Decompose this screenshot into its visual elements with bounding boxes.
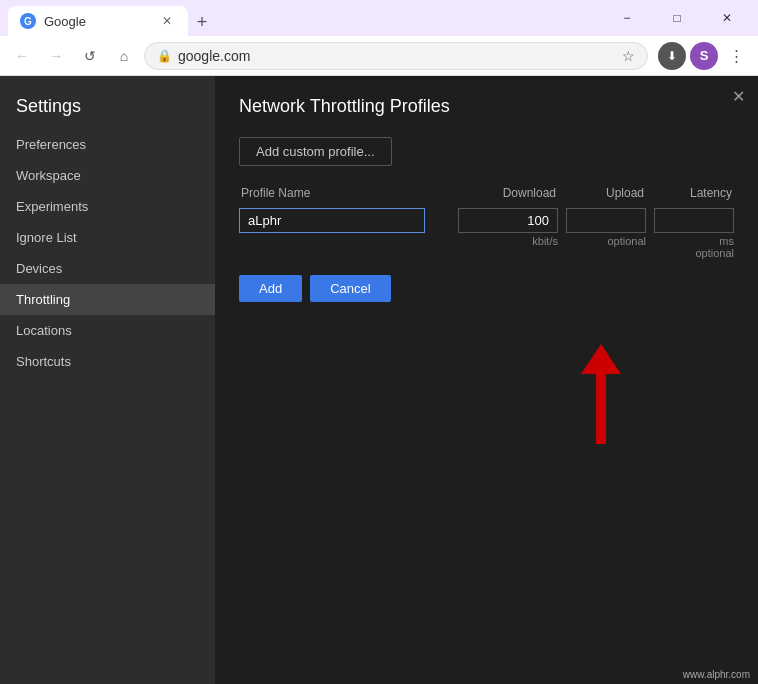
- bookmark-icon[interactable]: ☆: [622, 48, 635, 64]
- address-bar: ← → ↺ ⌂ 🔒 google.com ☆ ⬇ S ⋮: [0, 36, 758, 76]
- col-latency: Latency: [652, 186, 732, 200]
- back-button[interactable]: ←: [8, 42, 36, 70]
- profile-name-field-wrap: [239, 208, 450, 233]
- add-custom-profile-button[interactable]: Add custom profile...: [239, 137, 392, 166]
- upload-input[interactable]: [566, 208, 646, 233]
- dialog-title: Network Throttling Profiles: [239, 96, 734, 117]
- tab-close-button[interactable]: ✕: [158, 12, 176, 30]
- toolbar-icons: ⬇ S ⋮: [658, 42, 750, 70]
- latency-optional: ms optional: [654, 235, 734, 259]
- profile-name-input[interactable]: [239, 208, 425, 233]
- dialog-close-button[interactable]: ✕: [726, 84, 750, 108]
- download-unit: kbit/s: [458, 235, 558, 247]
- latency-field-wrap: ms optional: [654, 208, 734, 259]
- settings-item-locations[interactable]: Locations: [0, 315, 215, 346]
- settings-item-devices[interactable]: Devices: [0, 253, 215, 284]
- settings-item-experiments[interactable]: Experiments: [0, 191, 215, 222]
- page-content: Gmail G o o g l e 🔍 Google Search I'm Fe…: [0, 76, 758, 684]
- maximize-button[interactable]: □: [654, 4, 700, 32]
- upload-field-wrap: optional: [566, 208, 646, 247]
- settings-item-workspace[interactable]: Workspace: [0, 160, 215, 191]
- settings-item-preferences[interactable]: Preferences: [0, 129, 215, 160]
- address-text: google.com: [178, 48, 250, 64]
- reload-button[interactable]: ↺: [76, 42, 104, 70]
- close-button[interactable]: ✕: [704, 4, 750, 32]
- svg-marker-0: [581, 344, 621, 444]
- active-tab[interactable]: G Google ✕: [8, 6, 188, 36]
- latency-input[interactable]: [654, 208, 734, 233]
- add-button[interactable]: Add: [239, 275, 302, 302]
- profile-table-header: Profile Name Download Upload Latency: [239, 186, 734, 200]
- settings-item-throttling[interactable]: Throttling: [0, 284, 215, 315]
- settings-title: Settings: [0, 76, 215, 129]
- tab-bar: G Google ✕ +: [8, 0, 596, 36]
- col-profile-name: Profile Name: [241, 186, 448, 200]
- address-field[interactable]: 🔒 google.com ☆: [144, 42, 648, 70]
- col-download: Download: [456, 186, 556, 200]
- download-input[interactable]: [458, 208, 558, 233]
- form-actions: Add Cancel: [239, 275, 734, 302]
- latency-unit: ms: [719, 235, 734, 247]
- profile-avatar[interactable]: S: [690, 42, 718, 70]
- home-button[interactable]: ⌂: [110, 42, 138, 70]
- titlebar: G Google ✕ + − □ ✕: [0, 0, 758, 36]
- menu-button[interactable]: ⋮: [722, 42, 750, 70]
- cancel-button[interactable]: Cancel: [310, 275, 390, 302]
- download-field-wrap: kbit/s: [458, 208, 558, 247]
- watermark: www.alphr.com: [683, 669, 750, 680]
- settings-item-shortcuts[interactable]: Shortcuts: [0, 346, 215, 377]
- forward-button[interactable]: →: [42, 42, 70, 70]
- settings-panel: Settings Preferences Workspace Experimen…: [0, 76, 215, 684]
- throttling-dialog: ✕ Network Throttling Profiles Add custom…: [215, 76, 758, 684]
- profile-form-row: kbit/s optional ms optional: [239, 208, 734, 259]
- tab-favicon: G: [20, 13, 36, 29]
- col-upload: Upload: [564, 186, 644, 200]
- download-icon[interactable]: ⬇: [658, 42, 686, 70]
- upload-optional: optional: [566, 235, 646, 247]
- new-tab-button[interactable]: +: [188, 8, 216, 36]
- settings-nav: Preferences Workspace Experiments Ignore…: [0, 129, 215, 684]
- red-arrow-annotation: [571, 344, 631, 448]
- settings-item-ignore-list[interactable]: Ignore List: [0, 222, 215, 253]
- minimize-button[interactable]: −: [604, 4, 650, 32]
- lock-icon: 🔒: [157, 49, 172, 63]
- tab-title: Google: [44, 14, 86, 29]
- window-controls: − □ ✕: [604, 4, 750, 32]
